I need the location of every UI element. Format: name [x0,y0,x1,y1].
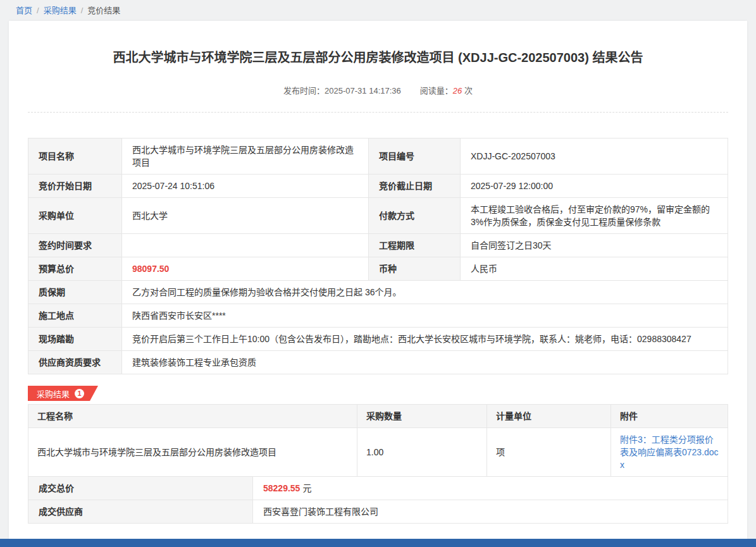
table-row: 现场踏勘 竞价开启后第三个工作日上午10:00（包含公告发布日），踏勘地点：西北… [28,328,728,351]
info-value-payment-method: 本工程竣工验收合格后，付至审定价款的97%，留审定金额的3%作为质保金，质保金支… [461,198,728,234]
table-row: 竞价开始日期 2025-07-24 10:51:06 竞价截止日期 2025-0… [28,175,728,198]
info-value-project-code: XDJJ-GC-202507003 [461,138,728,175]
info-label-project-duration: 工程期限 [369,234,461,257]
table-row: 质保期 乙方对合同工程的质量保修期为验收合格并交付使用之日起 36个月。 [28,281,728,304]
info-value-site-survey: 竞价开启后第三个工作日上午10:00（包含公告发布日），踏勘地点：西北大学长安校… [122,328,728,351]
result-unit: 项 [487,428,611,477]
publish-time-label: 发布时间： [283,86,325,95]
table-row: 采购单位 西北大学 付款方式 本工程竣工验收合格后，付至审定价款的97%，留审定… [28,198,728,234]
deal-total-price-value: 58229.55 [263,483,300,493]
breadcrumb-separator: / [81,6,84,15]
result-tag-label: 采购结果 [37,388,70,400]
publish-meta: 发布时间：2025-07-31 14:17:36阅读量：26 次 [28,85,728,97]
result-header-project-name: 工程名称 [28,405,357,428]
read-count-label: 阅读量： [420,86,453,95]
info-value-bid-end: 2025-07-29 12:00:00 [461,175,728,198]
info-value-signing-time [122,234,369,257]
info-label-payment-method: 付款方式 [369,198,461,234]
info-label-supplier-qualification: 供应商资质要求 [28,351,122,374]
breadcrumb-separator: / [37,6,39,15]
info-value-project-duration: 自合同签订之日30天 [461,234,728,257]
table-header-row: 工程名称 采购数量 计量单位 附件 [28,405,728,428]
deal-total-price-cell: 58229.55元 [253,477,728,500]
info-label-project-code: 项目编号 [369,138,461,175]
info-label-project-name: 项目名称 [28,138,122,175]
info-label-bid-end: 竞价截止日期 [369,175,461,198]
result-quantity: 1.00 [357,428,487,477]
announcement-card: 西北大学城市与环境学院三层及五层部分公用房装修改造项目 (XDJJ-GC-202… [9,21,747,547]
deal-supplier-value: 西安喜登门装饰工程有限公司 [253,500,728,524]
table-row: 签约时间要求 工程期限 自合同签订之日30天 [28,234,728,257]
result-header-attachment: 附件 [611,405,728,428]
result-header-quantity: 采购数量 [357,405,487,428]
table-row: 预算总价 98097.50 币种 人民币 [28,257,728,281]
result-section-tag: 采购结果 1 [28,386,98,401]
info-label-purchaser: 采购单位 [28,198,122,234]
project-info-table: 项目名称 西北大学城市与环境学院三层及五层部分公用房装修改造项目 项目编号 XD… [28,138,728,374]
dashed-divider [28,112,728,113]
info-label-construction-site: 施工地点 [28,304,122,328]
table-row: 成交供应商 西安喜登门装饰工程有限公司 [28,500,728,524]
result-table: 工程名称 采购数量 计量单位 附件 西北大学城市与环境学院三层及五层部分公用房装… [28,404,728,477]
deal-total-price-unit: 元 [302,483,311,493]
read-count-value: 26 [453,86,462,95]
info-value-construction-site: 陕西省西安市长安区**** [122,304,728,328]
info-label-signing-time: 签约时间要求 [28,234,122,257]
table-row: 项目名称 西北大学城市与环境学院三层及五层部分公用房装修改造项目 项目编号 XD… [28,138,728,175]
table-row: 施工地点 陕西省西安市长安区**** [28,304,728,328]
breadcrumb-home-link[interactable]: 首页 [16,6,32,15]
table-row: 成交总价 58229.55元 [28,477,728,500]
info-label-bid-start: 竞价开始日期 [28,175,122,198]
result-section-header: 采购结果 1 [28,386,728,401]
table-row: 供应商资质要求 建筑装修装饰工程专业承包资质 [28,351,728,374]
deal-total-price-label: 成交总价 [28,477,253,500]
publish-time-value: 2025-07-31 14:17:36 [325,86,401,95]
info-label-warranty: 质保期 [28,281,122,304]
table-row: 西北大学城市与环境学院三层及五层部分公用房装修改造项目 1.00 项 附件3：工… [28,428,728,477]
page: 首页/采购结果/竞价结果 西北大学城市与环境学院三层及五层部分公用房装修改造项目… [0,0,756,547]
result-attachment-cell: 附件3：工程类分项报价表及响应偏离表0723.docx [611,428,728,477]
info-value-purchaser: 西北大学 [122,198,369,234]
info-label-currency: 币种 [369,257,461,281]
info-label-site-survey: 现场踏勘 [28,328,122,351]
result-count-badge: 1 [75,389,84,398]
info-value-project-name: 西北大学城市与环境学院三层及五层部分公用房装修改造项目 [122,138,369,175]
breadcrumb-procurement-results-link[interactable]: 采购结果 [44,6,77,15]
result-header-unit: 计量单位 [487,405,611,428]
deal-supplier-label: 成交供应商 [28,500,253,524]
breadcrumb: 首页/采购结果/竞价结果 [0,0,756,16]
result-project-name: 西北大学城市与环境学院三层及五层部分公用房装修改造项目 [28,428,357,477]
read-count-unit: 次 [464,86,473,95]
info-value-budget-total: 98097.50 [122,257,369,281]
deal-summary-table: 成交总价 58229.55元 成交供应商 西安喜登门装饰工程有限公司 [28,476,728,524]
info-value-bid-start: 2025-07-24 10:51:06 [122,175,369,198]
footer-bar [0,539,756,547]
info-value-currency: 人民币 [461,257,728,281]
info-value-supplier-qualification: 建筑装修装饰工程专业承包资质 [122,351,728,374]
page-title: 西北大学城市与环境学院三层及五层部分公用房装修改造项目 (XDJJ-GC-202… [28,49,728,66]
attachment-link[interactable]: 附件3：工程类分项报价表及响应偏离表0723.docx [620,434,719,470]
info-value-warranty: 乙方对合同工程的质量保修期为验收合格并交付使用之日起 36个月。 [122,281,728,304]
info-label-budget-total: 预算总价 [28,257,122,281]
breadcrumb-current: 竞价结果 [87,6,120,15]
